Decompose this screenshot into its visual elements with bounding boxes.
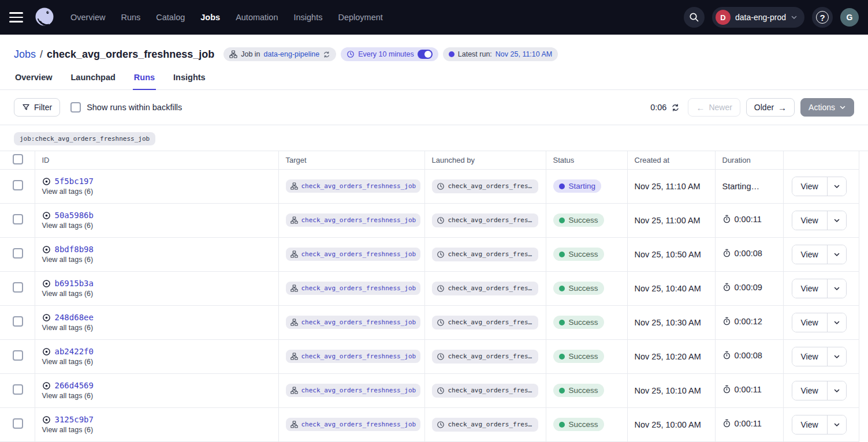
column-header-launched-by: Launched by	[424, 151, 546, 169]
launched-by-pill[interactable]: check_avg_orders_freshness_job	[432, 384, 538, 398]
view-run-button[interactable]: View	[792, 245, 827, 264]
latest-run-link[interactable]: Nov 25, 11:10 AM	[496, 50, 552, 58]
run-id-link[interactable]: 50a5986b	[55, 211, 94, 220]
hamburger-menu-icon[interactable]	[9, 11, 23, 24]
backfills-checkbox[interactable]	[70, 102, 81, 113]
view-all-tags-link[interactable]: View all tags (6)	[42, 324, 278, 332]
target-pill[interactable]: check_avg_orders_freshness_job	[286, 316, 421, 329]
view-run-dropdown-button[interactable]	[827, 279, 846, 298]
nav-runs[interactable]: Runs	[121, 13, 140, 22]
view-run-dropdown-button[interactable]	[827, 211, 846, 230]
launched-by-pill[interactable]: check_avg_orders_freshness_job	[432, 179, 538, 193]
view-run-button[interactable]: View	[792, 415, 827, 434]
refresh-icon[interactable]	[671, 103, 680, 112]
row-checkbox[interactable]	[13, 180, 23, 190]
row-checkbox[interactable]	[13, 214, 23, 224]
launched-by-pill[interactable]: check_avg_orders_freshness_job	[432, 213, 538, 227]
target-pill[interactable]: check_avg_orders_freshness_job	[286, 248, 421, 261]
status-badge: Starting	[553, 179, 602, 193]
user-avatar[interactable]: G	[840, 8, 859, 27]
target-pill[interactable]: check_avg_orders_freshness_job	[286, 213, 421, 227]
table-row: 3125c9b7 View all tags (6) check_avg_ord…	[0, 407, 859, 441]
view-all-tags-link[interactable]: View all tags (6)	[42, 290, 278, 298]
stopwatch-icon	[722, 215, 731, 223]
schedule-toggle[interactable]	[418, 50, 433, 59]
tab-runs[interactable]: Runs	[133, 70, 156, 90]
nav-overview[interactable]: Overview	[70, 13, 105, 22]
repo-link[interactable]: data-eng-pipeline	[264, 50, 320, 58]
run-id-link[interactable]: ab2422f0	[55, 347, 94, 356]
tab-insights[interactable]: Insights	[172, 70, 207, 90]
view-run-dropdown-button[interactable]	[827, 177, 846, 196]
run-id-link[interactable]: 3125c9b7	[55, 415, 94, 424]
tab-launchpad[interactable]: Launchpad	[70, 70, 117, 90]
view-run-dropdown-button[interactable]	[827, 245, 846, 264]
row-checkbox[interactable]	[13, 282, 23, 293]
help-button[interactable]: ?	[812, 7, 833, 28]
filter-button[interactable]: Filter	[14, 98, 60, 117]
nav-deployment[interactable]: Deployment	[338, 13, 382, 22]
run-id-link[interactable]: 8bdf8b98	[55, 245, 94, 254]
target-pill[interactable]: check_avg_orders_freshness_job	[286, 179, 421, 193]
breadcrumb-jobs-link[interactable]: Jobs	[14, 48, 36, 61]
target-pill[interactable]: check_avg_orders_freshness_job	[286, 384, 421, 397]
launched-by-pill[interactable]: check_avg_orders_freshness_job	[432, 282, 538, 295]
created-at: Nov 25, 10:30 AM	[635, 318, 701, 327]
clock-icon	[437, 250, 445, 259]
created-at: Nov 25, 10:50 AM	[635, 250, 701, 259]
latest-run-status-dot-icon	[449, 51, 455, 57]
nav-catalog[interactable]: Catalog	[156, 13, 185, 22]
actions-button[interactable]: Actions	[800, 98, 854, 117]
view-run-button[interactable]: View	[792, 177, 827, 196]
view-all-tags-link[interactable]: View all tags (6)	[42, 188, 278, 196]
older-button[interactable]: Older →	[746, 98, 795, 117]
latest-run-badge: Latest run: Nov 25, 11:10 AM	[443, 47, 558, 61]
target-pill[interactable]: check_avg_orders_freshness_job	[286, 350, 421, 363]
view-all-tags-link[interactable]: View all tags (6)	[42, 358, 278, 366]
tab-overview[interactable]: Overview	[14, 70, 54, 90]
view-all-tags-link[interactable]: View all tags (6)	[42, 426, 278, 434]
status-badge: Success	[553, 316, 604, 329]
launched-by-pill[interactable]: check_avg_orders_freshness_job	[432, 350, 538, 364]
view-run-button[interactable]: View	[792, 211, 827, 230]
nav-jobs[interactable]: Jobs	[200, 13, 220, 22]
view-all-tags-link[interactable]: View all tags (6)	[42, 392, 278, 400]
target-pill[interactable]: check_avg_orders_freshness_job	[286, 418, 421, 431]
nav-automation[interactable]: Automation	[236, 13, 278, 22]
view-run-button[interactable]: View	[792, 381, 827, 400]
stopwatch-icon	[722, 385, 731, 394]
row-checkbox[interactable]	[13, 418, 23, 429]
status-dot-icon	[559, 183, 565, 189]
run-id-link[interactable]: 266d4569	[55, 381, 94, 390]
workspace-switcher[interactable]: D data-eng-prod	[712, 7, 804, 28]
view-run-dropdown-button[interactable]	[827, 313, 846, 332]
job-tabs: Overview Launchpad Runs Insights	[0, 70, 868, 90]
row-checkbox[interactable]	[13, 316, 23, 327]
view-all-tags-link[interactable]: View all tags (6)	[42, 222, 278, 230]
dagster-logo[interactable]	[33, 6, 55, 28]
launched-by-pill[interactable]: check_avg_orders_freshness_job	[432, 316, 538, 329]
view-run-dropdown-button[interactable]	[827, 347, 846, 366]
launched-by-pill[interactable]: check_avg_orders_freshness_job	[432, 248, 538, 261]
run-id-link[interactable]: 5f5bc197	[55, 177, 94, 186]
row-checkbox[interactable]	[13, 384, 23, 395]
run-id-link[interactable]: 248d68ee	[55, 313, 94, 322]
view-run-dropdown-button[interactable]	[827, 381, 846, 400]
launched-by-pill[interactable]: check_avg_orders_freshness_job	[432, 418, 538, 432]
row-checkbox[interactable]	[13, 350, 23, 361]
nav-insights[interactable]: Insights	[293, 13, 322, 22]
select-all-checkbox[interactable]	[13, 154, 23, 164]
active-filter-tag[interactable]: job:check_avg_orders_freshness_job	[14, 132, 155, 145]
search-button[interactable]	[684, 7, 705, 28]
view-all-tags-link[interactable]: View all tags (6)	[42, 256, 278, 264]
help-icon: ?	[816, 11, 829, 24]
view-run-dropdown-button[interactable]	[827, 415, 846, 434]
newer-button[interactable]: ← Newer	[688, 98, 740, 117]
reload-icon[interactable]	[323, 51, 330, 58]
row-checkbox[interactable]	[13, 248, 23, 259]
run-id-link[interactable]: b6915b3a	[55, 279, 94, 288]
view-run-button[interactable]: View	[792, 279, 827, 298]
target-pill[interactable]: check_avg_orders_freshness_job	[286, 282, 421, 295]
view-run-button[interactable]: View	[792, 347, 827, 366]
view-run-button[interactable]: View	[792, 313, 827, 332]
